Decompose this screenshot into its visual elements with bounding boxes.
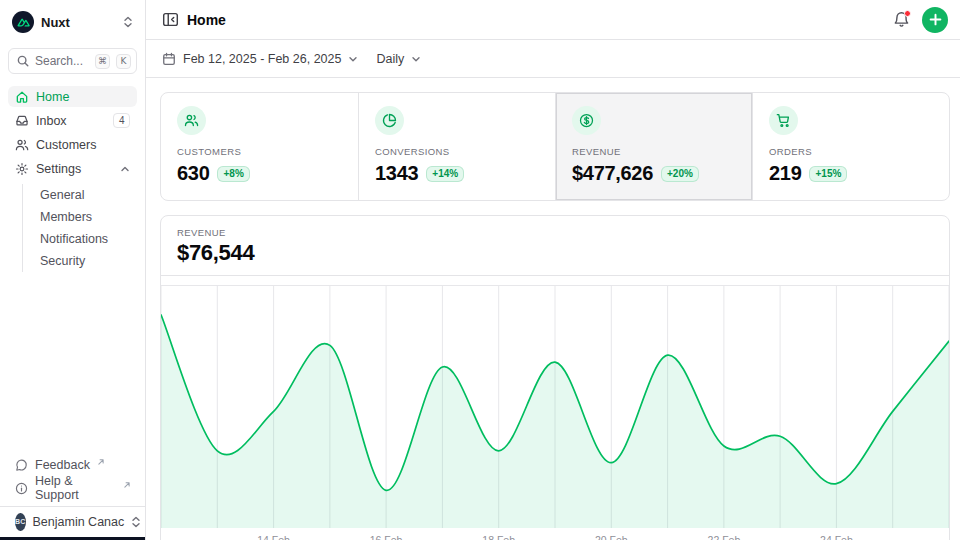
- sidebar-nav: Home Inbox 4 Customers Settings: [8, 86, 137, 272]
- sidebar-item-security[interactable]: Security: [34, 250, 137, 272]
- sidebar-item-label: Settings: [36, 162, 81, 176]
- collapse-sidebar-icon[interactable]: [162, 11, 179, 28]
- dashboard-content: CUSTOMERS 630 +8% CONVERSIONS 1343 +14%: [146, 78, 960, 540]
- notifications-button[interactable]: [893, 11, 910, 28]
- page-title: Home: [187, 12, 226, 28]
- chat-bubble-icon: [15, 459, 28, 472]
- search-icon: [17, 55, 29, 67]
- search-input[interactable]: ⌘ K: [8, 48, 137, 74]
- stat-label: ORDERS: [769, 146, 933, 157]
- footer-link-label: Feedback: [35, 458, 90, 472]
- calendar-icon: [162, 52, 176, 66]
- sidebar-item-customers[interactable]: Customers: [8, 134, 137, 155]
- chevron-down-icon: [348, 54, 358, 64]
- user-menu[interactable]: BC Benjamin Canac: [0, 506, 145, 532]
- kbd-k: K: [116, 54, 131, 69]
- pie-chart-icon: [375, 106, 404, 135]
- main-panel: Home Feb 12, 2025 - Feb 26, 2025: [146, 0, 960, 540]
- feedback-link[interactable]: Feedback: [8, 455, 137, 475]
- revenue-chart-card: REVENUE $76,544 14 Feb16 Feb18 Feb20 Feb…: [160, 215, 950, 540]
- sidebar-item-label: Home: [36, 90, 69, 104]
- nuxt-logo-icon: [12, 11, 34, 33]
- user-name: Benjamin Canac: [33, 515, 125, 529]
- svg-text:18 Feb: 18 Feb: [482, 534, 515, 540]
- sidebar-item-notifications[interactable]: Notifications: [34, 228, 137, 250]
- granularity-value: Daily: [376, 52, 404, 66]
- stat-value: 1343: [375, 162, 418, 185]
- search-field[interactable]: [35, 54, 89, 68]
- workspace-name: Nuxt: [41, 15, 116, 30]
- chart-metric-label: REVENUE: [177, 227, 933, 238]
- stat-label: CUSTOMERS: [177, 146, 342, 157]
- footer-link-label: Help & Support: [35, 474, 116, 502]
- stat-value: 630: [177, 162, 209, 185]
- chart-metric-value: $76,544: [177, 240, 933, 266]
- sidebar-item-general[interactable]: General: [34, 184, 137, 206]
- sidebar-item-inbox[interactable]: Inbox 4: [8, 110, 137, 131]
- svg-text:20 Feb: 20 Feb: [595, 534, 628, 540]
- subnav-label: Members: [40, 210, 92, 224]
- notification-dot: [904, 10, 911, 17]
- chevron-down-icon: [411, 54, 421, 64]
- stat-delta-badge: +14%: [426, 166, 464, 182]
- stat-card-revenue[interactable]: REVENUE $477,626 +20%: [555, 93, 752, 200]
- workspace-switcher[interactable]: Nuxt: [8, 10, 137, 34]
- granularity-select[interactable]: Daily: [376, 52, 421, 66]
- sidebar-item-label: Inbox: [36, 114, 67, 128]
- subnav-label: General: [40, 188, 84, 202]
- dollar-circle-icon: [572, 106, 601, 135]
- date-range-picker[interactable]: Feb 12, 2025 - Feb 26, 2025: [162, 52, 358, 66]
- user-avatar: BC: [15, 513, 26, 531]
- sidebar-footer-links: Feedback Help & Support: [8, 455, 137, 506]
- svg-text:22 Feb: 22 Feb: [708, 534, 741, 540]
- gear-icon: [15, 162, 29, 176]
- settings-subnav: General Members Notifications Security: [22, 184, 137, 272]
- sidebar: Nuxt ⌘ K Home Inb: [0, 0, 146, 540]
- sidebar-item-home[interactable]: Home: [8, 86, 137, 107]
- home-icon: [15, 90, 29, 104]
- user-selector-icon: [131, 516, 141, 528]
- external-link-icon: [98, 459, 104, 465]
- filters-toolbar: Feb 12, 2025 - Feb 26, 2025 Daily: [146, 40, 960, 78]
- stat-card-conversions[interactable]: CONVERSIONS 1343 +14%: [358, 93, 555, 200]
- chart-header: REVENUE $76,544: [161, 216, 949, 276]
- sidebar-item-label: Customers: [36, 138, 96, 152]
- stat-delta-badge: +15%: [809, 166, 847, 182]
- add-button[interactable]: [922, 7, 948, 33]
- sidebar-spacer: [8, 272, 137, 455]
- kbd-cmd: ⌘: [95, 54, 110, 69]
- external-link-icon: [124, 482, 130, 488]
- workspace-selector-icon: [123, 16, 133, 28]
- subnav-label: Notifications: [40, 232, 108, 246]
- stat-card-orders[interactable]: ORDERS 219 +15%: [752, 93, 949, 200]
- revenue-area-chart[interactable]: 14 Feb16 Feb18 Feb20 Feb22 Feb24 Feb: [161, 285, 949, 540]
- chevron-up-icon: [120, 164, 130, 174]
- sidebar-item-settings[interactable]: Settings: [8, 158, 137, 179]
- stats-row: CUSTOMERS 630 +8% CONVERSIONS 1343 +14%: [160, 92, 950, 201]
- users-icon: [15, 138, 29, 152]
- svg-text:16 Feb: 16 Feb: [370, 534, 403, 540]
- users-icon: [177, 106, 206, 135]
- svg-text:24 Feb: 24 Feb: [820, 534, 853, 540]
- svg-text:14 Feb: 14 Feb: [257, 534, 290, 540]
- stat-label: REVENUE: [572, 146, 736, 157]
- stat-value: $477,626: [572, 162, 653, 185]
- stat-value: 219: [769, 162, 801, 185]
- dashboard-app: Nuxt ⌘ K Home Inb: [0, 0, 960, 540]
- stat-card-customers[interactable]: CUSTOMERS 630 +8%: [161, 93, 358, 200]
- cart-icon: [769, 106, 798, 135]
- info-icon: [15, 482, 28, 495]
- stat-label: CONVERSIONS: [375, 146, 539, 157]
- subnav-label: Security: [40, 254, 85, 268]
- inbox-icon: [15, 114, 29, 128]
- sidebar-item-members[interactable]: Members: [34, 206, 137, 228]
- stat-delta-badge: +20%: [661, 166, 699, 182]
- inbox-count-badge: 4: [113, 113, 130, 128]
- help-support-link[interactable]: Help & Support: [8, 478, 137, 498]
- topbar-actions: [893, 7, 948, 33]
- topbar: Home: [146, 0, 960, 40]
- stat-delta-badge: +8%: [217, 166, 249, 182]
- date-range-value: Feb 12, 2025 - Feb 26, 2025: [183, 52, 341, 66]
